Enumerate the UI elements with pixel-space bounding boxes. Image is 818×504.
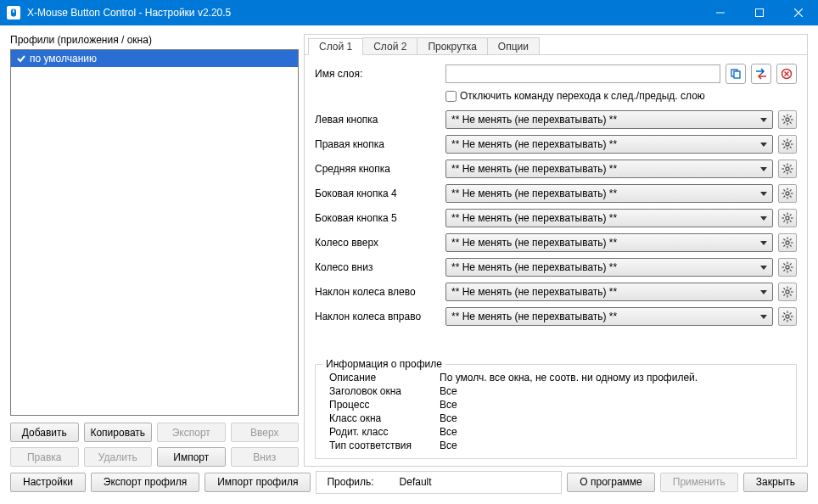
svg-line-35: [790, 171, 792, 173]
profile-panel: Профиль: Default: [316, 471, 562, 494]
combo-value: ** Не менять (не перехватывать) **: [451, 311, 617, 322]
tab-options[interactable]: Опции: [487, 37, 540, 54]
disable-layer-cmd-checkbox[interactable]: [445, 91, 457, 102]
up-button[interactable]: Вверх: [231, 423, 300, 442]
button-row-gear[interactable]: [778, 209, 797, 227]
svg-line-63: [790, 238, 792, 240]
profile-name: Default: [400, 476, 432, 488]
button-row-combo[interactable]: ** Не менять (не перехватывать) **: [445, 233, 773, 252]
button-row-gear[interactable]: [778, 307, 797, 326]
profile-item-default[interactable]: по умолчанию: [11, 50, 298, 67]
combo-value: ** Не менять (не перехватывать) **: [451, 188, 617, 199]
svg-line-90: [790, 312, 792, 314]
combo-value: ** Не менять (не перехватывать) **: [451, 163, 617, 175]
close-button[interactable]: [779, 0, 818, 25]
tab-layer1[interactable]: Слой 1: [308, 38, 363, 55]
svg-line-71: [790, 270, 792, 272]
svg-line-37: [783, 171, 785, 173]
info-label: Описание: [329, 372, 440, 384]
button-row-label: Левая кнопка: [315, 114, 445, 126]
svg-line-46: [783, 196, 785, 198]
profiles-list[interactable]: по умолчанию: [10, 49, 299, 416]
combo-value: ** Не менять (не перехватывать) **: [451, 114, 617, 126]
svg-line-52: [783, 214, 785, 216]
settings-button[interactable]: Настройки: [10, 473, 86, 492]
button-row-combo[interactable]: ** Не менять (не перехватывать) **: [445, 283, 773, 301]
svg-line-36: [790, 165, 792, 166]
svg-line-54: [790, 214, 792, 216]
gear-icon: [782, 311, 793, 322]
down-button[interactable]: Вниз: [231, 447, 300, 467]
apply-button[interactable]: Применить: [660, 473, 738, 492]
svg-line-44: [790, 196, 792, 198]
delete-button[interactable]: Удалить: [84, 447, 153, 467]
info-label: Процесс: [329, 399, 440, 411]
button-row-label: Боковая кнопка 5: [315, 212, 445, 224]
svg-line-79: [783, 288, 785, 289]
combo-value: ** Не менять (не перехватывать) **: [451, 261, 617, 273]
svg-line-17: [790, 122, 792, 124]
svg-line-26: [790, 147, 792, 148]
gear-icon: [782, 163, 793, 175]
import-profile-button[interactable]: Импорт профиля: [204, 473, 311, 492]
button-row-combo[interactable]: ** Не менять (не перехватывать) **: [445, 209, 773, 227]
swap-layer-button[interactable]: [751, 64, 771, 84]
button-row-gear[interactable]: [778, 135, 797, 154]
profile-info-group: Информация о профиле ОписаниеПо умолч. в…: [315, 364, 797, 459]
button-row-gear[interactable]: [778, 184, 797, 203]
combo-value: ** Не менять (не перехватывать) **: [451, 286, 617, 298]
app-icon: [7, 6, 20, 20]
combo-value: ** Не менять (не перехватывать) **: [451, 237, 617, 249]
button-row-combo[interactable]: ** Не менять (не перехватывать) **: [445, 307, 773, 326]
svg-line-19: [783, 122, 785, 124]
cancel-icon: [781, 68, 793, 80]
button-row-gear[interactable]: [778, 160, 797, 178]
edit-button[interactable]: Правка: [10, 447, 79, 467]
export-button[interactable]: Экспорт: [157, 423, 226, 442]
gear-icon: [782, 138, 793, 150]
button-row-combo[interactable]: ** Не менять (не перехватывать) **: [445, 135, 773, 154]
add-button[interactable]: Добавить: [10, 423, 79, 442]
tab-scroll[interactable]: Прокрутка: [417, 37, 487, 54]
close-dialog-button[interactable]: Закрыть: [743, 473, 808, 492]
button-row-label: Наклон колеса вправо: [315, 311, 445, 322]
profile-buttons: Добавить Копировать Экспорт Вверх Правка…: [10, 423, 299, 467]
export-profile-button[interactable]: Экспорт профиля: [91, 473, 199, 492]
minimize-button[interactable]: [701, 0, 740, 25]
button-row-label: Колесо вниз: [315, 261, 445, 273]
svg-point-83: [786, 315, 789, 318]
tab-body: Имя слоя: Отключить команду перехода к с…: [305, 55, 807, 466]
layer-name-input[interactable]: [445, 64, 720, 83]
info-label: Заголовок окна: [329, 385, 440, 397]
import-button[interactable]: Импорт: [157, 447, 226, 467]
left-pane: Профили (приложения / окна) по умолчанию…: [10, 34, 299, 467]
about-button[interactable]: О программе: [567, 473, 654, 492]
profile-label: Профиль:: [327, 476, 373, 488]
svg-line-28: [783, 147, 785, 148]
info-label: Тип соответствия: [329, 440, 440, 451]
copy-layer-button[interactable]: [726, 64, 746, 84]
button-row-combo[interactable]: ** Не менять (не перехватывать) **: [445, 184, 773, 203]
svg-rect-7: [734, 71, 740, 78]
info-value: По умолч. все окна, не соотв. ни одному …: [440, 372, 787, 384]
info-value: Все: [440, 440, 787, 451]
maximize-button[interactable]: [740, 0, 779, 25]
button-row-gear[interactable]: [778, 233, 797, 252]
button-row-gear[interactable]: [778, 110, 797, 129]
content: Профили (приложения / окна) по умолчанию…: [0, 25, 818, 504]
button-row-combo[interactable]: ** Не менять (не перехватывать) **: [445, 110, 773, 129]
button-row-gear[interactable]: [778, 283, 797, 301]
copy-button[interactable]: Копировать: [84, 423, 153, 442]
info-label: Родит. класс: [329, 426, 440, 438]
button-row-gear[interactable]: [778, 258, 797, 277]
button-row-combo[interactable]: ** Не менять (не перехватывать) **: [445, 258, 773, 277]
button-row-label: Правая кнопка: [315, 138, 445, 150]
svg-line-45: [790, 189, 792, 191]
gear-icon: [782, 114, 793, 126]
profile-info-legend: Информация о профиле: [322, 358, 445, 370]
gear-icon: [782, 212, 793, 224]
button-row-combo[interactable]: ** Не менять (не перехватывать) **: [445, 160, 773, 178]
tab-layer2[interactable]: Слой 2: [362, 37, 417, 54]
button-row-label: Наклон колеса влево: [315, 286, 445, 298]
clear-layer-button[interactable]: [776, 64, 797, 84]
